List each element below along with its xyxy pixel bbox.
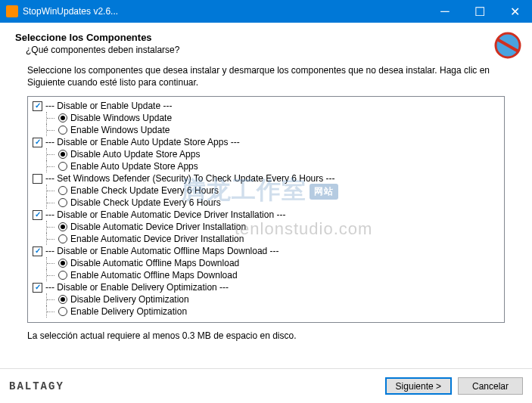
footer: BALTAGY Siguiente > Cancelar [0,368,532,403]
radio-icon[interactable] [58,198,67,207]
group-label: --- Disable or Enable Auto Update Store … [45,136,240,148]
radio-icon[interactable] [58,295,67,304]
component-group[interactable]: --- Set Windows Defender (Security) To C… [33,172,499,184]
option-label: Disable Auto Update Store Apps [70,148,200,160]
component-group[interactable]: --- Disable or Enable Auto Update Store … [33,136,499,148]
tree-connector-icon [46,305,58,318]
size-requirement: La selección actual requiere al menos 0.… [27,330,505,341]
component-group[interactable]: --- Disable or Enable Update --- [33,100,499,112]
checkbox-icon[interactable] [33,174,42,184]
minimize-button[interactable]: ─ [428,0,462,23]
tree-connector-icon [46,221,58,233]
radio-icon[interactable] [58,234,67,243]
tree-connector-icon [46,184,58,197]
component-option[interactable]: Enable Delivery Optimization [33,305,499,318]
instruction-text: Seleccione los componentes que desea ins… [27,64,505,88]
option-label: Enable Auto Update Store Apps [70,160,198,172]
option-label: Disable Delivery Optimization [70,293,189,305]
radio-icon[interactable] [58,259,67,268]
close-button[interactable]: ✕ [497,0,532,23]
component-option[interactable]: Disable Delivery Optimization [33,293,499,305]
group-label: --- Disable or Enable Update --- [45,100,172,112]
component-group[interactable]: --- Disable or Enable Automatic Device D… [33,209,499,221]
radio-icon[interactable] [58,126,67,135]
window-title: StopWinUpdates v2.6... [23,6,428,17]
radio-icon[interactable] [58,162,67,171]
option-label: Disable Automatic Offline Maps Download [70,257,239,269]
checkbox-icon[interactable] [33,246,42,256]
group-label: --- Disable or Enable Automatic Device D… [45,209,285,221]
component-option[interactable]: Disable Auto Update Store Apps [33,148,499,160]
radio-icon[interactable] [58,222,67,231]
radio-icon[interactable] [58,307,67,316]
maximize-button[interactable]: ☐ [462,0,497,23]
component-option[interactable]: Enable Automatic Device Driver Installat… [33,233,499,245]
content-area: Seleccione los componentes que desea ins… [0,61,532,347]
component-option[interactable]: Enable Check Update Every 6 Hours [33,184,499,197]
checkbox-icon[interactable] [33,101,42,111]
option-label: Enable Check Update Every 6 Hours [70,184,219,197]
radio-icon[interactable] [58,271,67,280]
group-label: --- Disable or Enable Automatic Offline … [45,245,279,257]
cancel-button[interactable]: Cancelar [458,377,523,395]
window-controls: ─ ☐ ✕ [428,0,532,23]
header-icon [494,32,521,59]
checkbox-icon[interactable] [33,210,42,220]
page-title: Seleccione los Componentes [15,32,517,43]
option-label: Enable Automatic Device Driver Installat… [70,233,244,245]
tree-connector-icon [46,293,58,305]
group-label: --- Set Windows Defender (Security) To C… [45,172,335,184]
tree-connector-icon [46,160,58,172]
tree-connector-icon [46,124,58,136]
option-label: Enable Windows Update [70,124,170,136]
component-group[interactable]: --- Disable or Enable Automatic Offline … [33,245,499,257]
group-label: --- Disable or Enable Delivery Optimizat… [45,281,229,293]
next-button[interactable]: Siguiente > [385,377,452,395]
option-label: Disable Windows Update [70,112,172,124]
component-option[interactable]: Disable Check Update Every 6 Hours [33,197,499,209]
titlebar: StopWinUpdates v2.6... ─ ☐ ✕ [0,0,532,23]
component-option[interactable]: Enable Auto Update Store Apps [33,160,499,172]
component-option[interactable]: Enable Automatic Offline Maps Download [33,269,499,281]
radio-icon[interactable] [58,150,67,159]
component-option[interactable]: Disable Automatic Device Driver Installa… [33,221,499,233]
tree-connector-icon [46,112,58,124]
tree-connector-icon [46,148,58,160]
tree-connector-icon [46,233,58,245]
checkbox-icon[interactable] [33,138,42,147]
checkbox-icon[interactable] [33,283,42,293]
option-label: Disable Automatic Device Driver Installa… [70,221,246,233]
radio-icon[interactable] [58,186,67,195]
option-label: Enable Delivery Optimization [70,305,187,318]
tree-connector-icon [46,269,58,281]
page-header: Seleccione los Componentes ¿Qué componen… [0,23,532,61]
page-subtitle: ¿Qué componentes deben instalarse? [15,43,517,55]
brand-label: BALTAGY [9,380,379,392]
component-tree[interactable]: --- Disable or Enable Update ---Disable … [27,96,505,323]
component-option[interactable]: Disable Automatic Offline Maps Download [33,257,499,269]
component-option[interactable]: Disable Windows Update [33,112,499,124]
component-group[interactable]: --- Disable or Enable Delivery Optimizat… [33,281,499,293]
option-label: Disable Check Update Every 6 Hours [70,197,221,209]
option-label: Enable Automatic Offline Maps Download [70,269,238,281]
radio-icon[interactable] [58,113,67,122]
component-option[interactable]: Enable Windows Update [33,124,499,136]
app-icon [6,5,18,17]
tree-connector-icon [46,197,58,209]
tree-connector-icon [46,257,58,269]
